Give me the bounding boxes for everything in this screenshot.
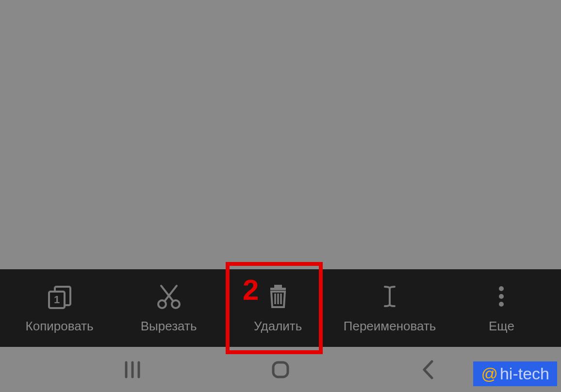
- svg-rect-19: [273, 362, 288, 377]
- svg-rect-8: [274, 285, 282, 288]
- back-icon: [416, 358, 441, 382]
- rename-button[interactable]: Переименовать: [344, 269, 436, 347]
- copy-label: Копировать: [26, 319, 94, 334]
- svg-point-15: [499, 302, 504, 307]
- svg-text:1: 1: [53, 294, 59, 306]
- rename-label: Переименовать: [344, 319, 436, 334]
- svg-point-14: [499, 294, 504, 299]
- scissors-icon: [155, 283, 182, 310]
- copy-button[interactable]: 1 Копировать: [16, 269, 103, 347]
- recents-button[interactable]: [116, 353, 149, 387]
- home-icon: [268, 358, 293, 382]
- action-toolbar: 1 Копировать Вырезать Уд: [0, 269, 561, 347]
- text-cursor-icon: [376, 283, 403, 310]
- content-area: [0, 0, 561, 269]
- watermark: @ hi-tech: [473, 361, 557, 386]
- recents-icon: [120, 358, 145, 382]
- more-vertical-icon: [488, 283, 515, 310]
- copy-icon: 1: [46, 283, 73, 310]
- cut-label: Вырезать: [141, 319, 197, 334]
- more-button[interactable]: Еще: [458, 269, 545, 347]
- watermark-at: @: [481, 364, 498, 383]
- svg-rect-7: [270, 288, 286, 290]
- more-label: Еще: [489, 319, 514, 334]
- delete-label: Удалить: [254, 319, 302, 334]
- back-button[interactable]: [412, 353, 446, 387]
- svg-point-13: [499, 286, 504, 291]
- home-button[interactable]: [264, 353, 297, 387]
- cut-button[interactable]: Вырезать: [125, 269, 213, 347]
- watermark-text: hi-tech: [500, 364, 549, 383]
- trash-icon: [264, 283, 292, 310]
- delete-button[interactable]: Удалить: [234, 269, 322, 347]
